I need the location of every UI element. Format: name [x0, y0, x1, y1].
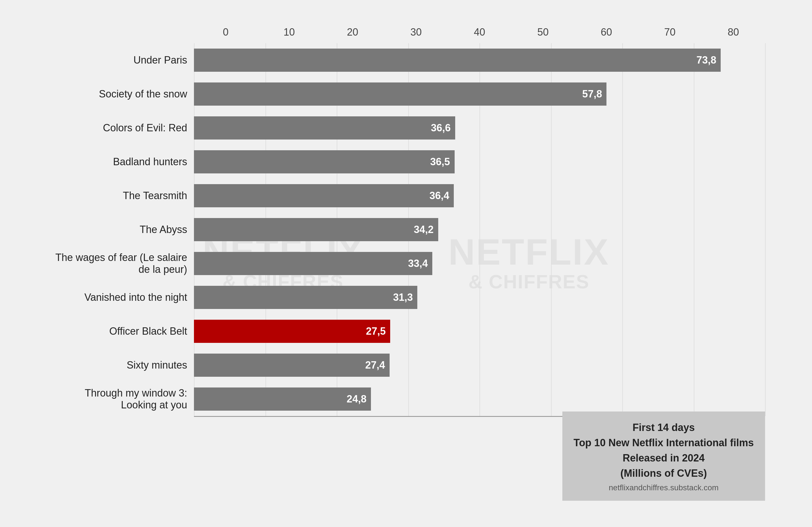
y-label: The Tearsmith: [47, 179, 194, 213]
x-tick: 70: [638, 26, 701, 38]
bar-value: 27,4: [365, 359, 385, 371]
x-tick: 50: [511, 26, 575, 38]
bar-row: 36,4: [194, 179, 765, 213]
y-label: Officer Black Belt: [47, 314, 194, 348]
x-tick: 20: [321, 26, 384, 38]
bar-value: 31,3: [393, 291, 413, 303]
y-label: Colors of Evil: Red: [47, 111, 194, 145]
bar: 57,8: [194, 82, 607, 106]
bar-value: 36,6: [431, 122, 451, 134]
x-tick: 30: [384, 26, 448, 38]
bar-row: 57,8: [194, 77, 765, 111]
bar-value: 34,2: [414, 224, 433, 236]
bar-row: 34,2: [194, 213, 765, 246]
x-tick: 10: [257, 26, 321, 38]
bar: 31,3: [194, 286, 417, 309]
y-label: The Abyss: [47, 213, 194, 246]
y-label: Vanished into the night: [47, 281, 194, 314]
bar-row: 31,3: [194, 281, 765, 314]
bar-value: 57,8: [582, 88, 602, 100]
legend-source: netflixandchiffres.substack.com: [574, 483, 754, 492]
legend-title: First 14 days Top 10 New Netflix Interna…: [574, 420, 754, 481]
bar-row: 36,6: [194, 111, 765, 145]
x-tick: 40: [448, 26, 511, 38]
bar: 34,2: [194, 218, 438, 241]
bar-value: 73,8: [696, 54, 716, 66]
y-label: Under Paris: [47, 43, 194, 77]
bar: 33,4: [194, 252, 432, 275]
bar-row: 36,5: [194, 145, 765, 179]
bar: 24,8: [194, 388, 371, 411]
bar-value: 27,5: [366, 325, 386, 337]
grid-line: [765, 43, 766, 416]
chart-body: Under ParisSociety of the snowColors of …: [47, 43, 765, 416]
y-label: Through my window 3: Looking at you: [47, 382, 194, 416]
bar-value: 36,5: [430, 156, 450, 168]
bar-row: 24,8: [194, 382, 765, 416]
bar: 27,5: [194, 320, 390, 343]
bar-row: 73,8: [194, 43, 765, 77]
chart-container: NETFLIX & CHIFFRES NETFLIX & CHIFFRES 01…: [24, 9, 788, 518]
y-label: Badland hunters: [47, 145, 194, 179]
bar-row: 33,4: [194, 246, 765, 281]
y-label: Sixty minutes: [47, 348, 194, 382]
x-tick: 0: [194, 26, 257, 38]
bar-value: 24,8: [347, 393, 366, 405]
y-labels: Under ParisSociety of the snowColors of …: [47, 43, 194, 416]
bar-row: 27,5: [194, 314, 765, 348]
x-axis: 01020304050607080: [194, 26, 765, 38]
y-label: Society of the snow: [47, 77, 194, 111]
bar: 27,4: [194, 353, 390, 377]
legend-box: First 14 days Top 10 New Netflix Interna…: [562, 411, 765, 501]
bar-row: 27,4: [194, 348, 765, 382]
x-tick: 80: [702, 26, 765, 38]
y-label: The wages of fear (Le salaire de la peur…: [47, 246, 194, 281]
bars-area: 73,857,836,636,536,434,233,431,327,527,4…: [194, 43, 765, 416]
bar: 36,6: [194, 116, 455, 139]
bar-value: 33,4: [408, 258, 428, 269]
bar: 73,8: [194, 49, 721, 72]
x-tick: 60: [575, 26, 638, 38]
bar: 36,5: [194, 150, 455, 174]
bar-value: 36,4: [430, 190, 449, 202]
bar: 36,4: [194, 184, 454, 207]
